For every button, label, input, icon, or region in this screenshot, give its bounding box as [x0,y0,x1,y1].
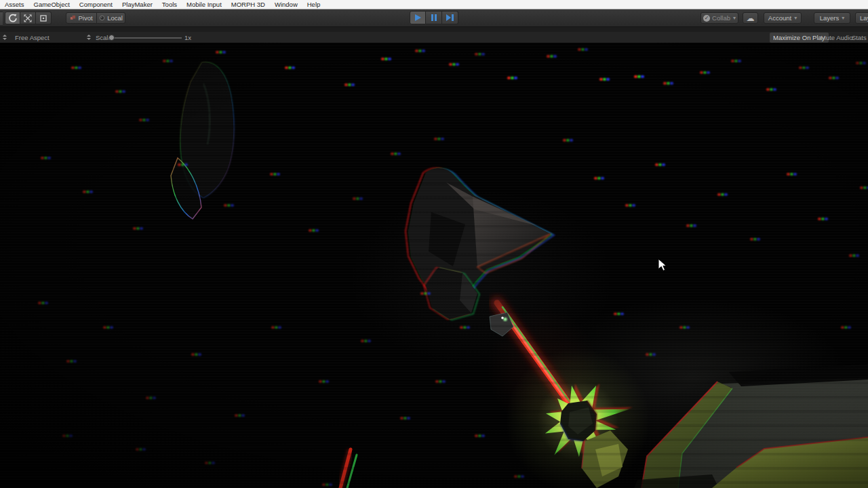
menu-bar: AssetsGameObjectComponentPlayMakerToolsM… [0,0,868,9]
account-dropdown[interactable]: Account ▾ [764,12,802,24]
asteroid-center [406,168,554,320]
pause-button[interactable] [426,11,442,24]
local-icon [99,15,105,21]
aspect-label: Free Aspect [15,34,50,41]
scale-tool-button[interactable] [20,12,36,24]
pivot-label: Pivot [78,14,92,22]
caret-down-icon: ▾ [733,15,736,21]
stats-toggle[interactable]: Stats [848,33,868,43]
rotate-tool-button[interactable] [5,12,20,24]
pivot-toggle-button[interactable]: Pivot [66,12,97,24]
scene-graphics [0,43,868,488]
menu-item-component[interactable]: Component [75,0,117,9]
collab-dropdown[interactable]: ✓ Collab ▾ [701,12,738,24]
scale-slider-track[interactable] [110,37,182,39]
menu-item-gameobject[interactable]: GameObject [29,0,75,9]
play-button[interactable] [410,11,426,24]
menu-item-mobile-input[interactable]: Mobile Input [182,0,226,9]
scale-value: 1x [184,32,191,43]
caret-down-icon: ▾ [842,15,844,21]
aspect-dropdown[interactable]: Free Aspect [15,32,50,43]
rotate-icon [8,14,18,23]
scale-slider-knob[interactable] [108,35,115,41]
scale-icon [23,14,33,23]
menu-item-playmaker[interactable]: PlayMaker [117,0,157,9]
updown-icon [3,35,7,40]
aspect-caret[interactable] [87,32,91,43]
game-view-toolbar: Free Aspect Scale 1x Maximize On Play Mu… [0,32,868,43]
layers-dropdown[interactable]: Layers ▾ [814,12,850,24]
rect-tool-icon [39,14,48,23]
display-dropdown[interactable] [3,32,7,43]
menu-item-tools[interactable]: Tools [157,0,182,9]
local-toggle-button[interactable]: Local [97,12,125,24]
move-tool-clipped[interactable] [0,12,3,26]
layers-label: Layers [820,14,840,22]
layout-label: Lay [860,14,868,22]
mini-laser-streak [340,449,357,488]
cloud-services-button[interactable]: ☁ [743,12,758,24]
updown-icon [87,35,91,40]
main-toolbar: Pivot Local ✓ Collab ▾ ☁ Account [0,9,868,27]
cloud-icon: ☁ [747,14,755,22]
pause-icon [431,14,437,21]
account-label: Account [768,14,791,22]
menu-item-window[interactable]: Window [270,0,302,9]
menu-item-help[interactable]: Help [302,0,326,9]
unity-editor-window: AssetsGameObjectComponentPlayMakerToolsM… [0,0,868,488]
step-button[interactable] [442,11,458,24]
ship-wing [634,364,868,488]
step-icon [446,14,454,21]
menu-item-assets[interactable]: Assets [0,0,29,9]
play-icon [415,14,421,21]
local-label: Local [107,14,123,22]
rect-tool-button[interactable] [36,12,52,24]
pivot-icon [70,15,76,21]
game-view-tab-strip [0,27,868,32]
game-viewport[interactable] [0,43,868,488]
layout-dropdown-clipped[interactable]: Lay [855,12,868,24]
collab-check-icon: ✓ [703,15,710,22]
rock-top-left [171,63,233,219]
caret-down-icon: ▾ [794,15,797,21]
collab-label: Collab [712,14,730,22]
menu-item-morph-3d[interactable]: MORPH 3D [226,0,270,9]
